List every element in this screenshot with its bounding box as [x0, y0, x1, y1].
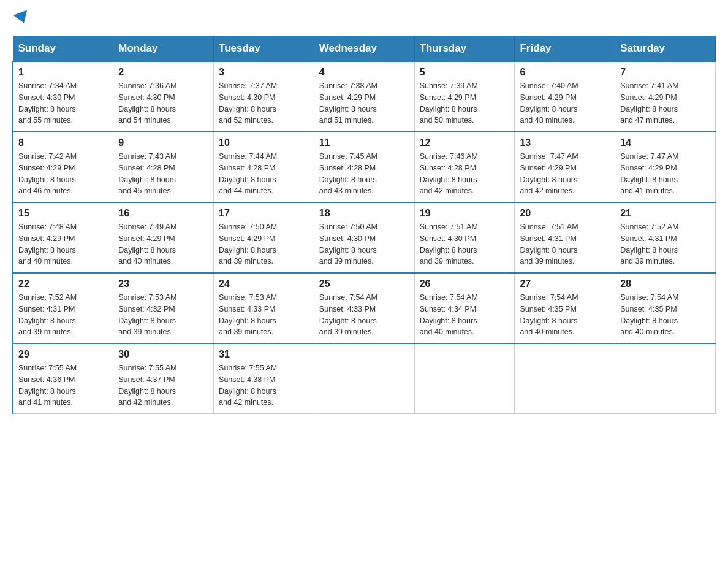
- calendar-cell: 2 Sunrise: 7:36 AM Sunset: 4:30 PM Dayli…: [113, 61, 214, 132]
- calendar-cell: 14 Sunrise: 7:47 AM Sunset: 4:29 PM Dayl…: [615, 132, 716, 202]
- day-number: 2: [118, 67, 208, 78]
- header-thursday: Thursday: [414, 36, 515, 62]
- day-info: Sunrise: 7:41 AM Sunset: 4:29 PM Dayligh…: [620, 80, 710, 126]
- day-info: Sunrise: 7:36 AM Sunset: 4:30 PM Dayligh…: [118, 80, 208, 126]
- header-saturday: Saturday: [615, 36, 716, 62]
- calendar-cell: 26 Sunrise: 7:54 AM Sunset: 4:34 PM Dayl…: [414, 273, 515, 343]
- calendar-header-row: SundayMondayTuesdayWednesdayThursdayFrid…: [13, 36, 716, 62]
- calendar-table: SundayMondayTuesdayWednesdayThursdayFrid…: [12, 36, 716, 414]
- calendar-cell: 31 Sunrise: 7:55 AM Sunset: 4:38 PM Dayl…: [214, 343, 314, 414]
- calendar-cell: 19 Sunrise: 7:51 AM Sunset: 4:30 PM Dayl…: [414, 202, 515, 273]
- calendar-cell: 24 Sunrise: 7:53 AM Sunset: 4:33 PM Dayl…: [214, 273, 314, 343]
- day-number: 16: [118, 208, 208, 219]
- day-number: 4: [319, 67, 409, 78]
- calendar-cell: 8 Sunrise: 7:42 AM Sunset: 4:29 PM Dayli…: [13, 132, 113, 202]
- calendar-cell: 29 Sunrise: 7:55 AM Sunset: 4:36 PM Dayl…: [13, 343, 113, 414]
- day-number: 13: [520, 137, 610, 148]
- day-number: 17: [219, 208, 309, 219]
- calendar-cell: 17 Sunrise: 7:50 AM Sunset: 4:29 PM Dayl…: [214, 202, 314, 273]
- header-tuesday: Tuesday: [214, 36, 314, 62]
- calendar-cell: [314, 343, 414, 414]
- day-info: Sunrise: 7:48 AM Sunset: 4:29 PM Dayligh…: [18, 221, 108, 267]
- week-row-1: 1 Sunrise: 7:34 AM Sunset: 4:30 PM Dayli…: [13, 61, 716, 132]
- logo-blue-text: [12, 12, 29, 23]
- day-number: 9: [118, 137, 208, 148]
- calendar-cell: 1 Sunrise: 7:34 AM Sunset: 4:30 PM Dayli…: [13, 61, 113, 132]
- calendar-cell: 30 Sunrise: 7:55 AM Sunset: 4:37 PM Dayl…: [113, 343, 214, 414]
- page-header: [12, 12, 716, 23]
- calendar-cell: [515, 343, 615, 414]
- calendar-cell: 25 Sunrise: 7:54 AM Sunset: 4:33 PM Dayl…: [314, 273, 414, 343]
- day-number: 27: [520, 278, 610, 289]
- day-info: Sunrise: 7:52 AM Sunset: 4:31 PM Dayligh…: [18, 292, 108, 338]
- day-number: 3: [219, 67, 309, 78]
- day-info: Sunrise: 7:45 AM Sunset: 4:28 PM Dayligh…: [319, 151, 409, 197]
- day-number: 12: [420, 137, 510, 148]
- day-number: 30: [118, 349, 208, 360]
- day-info: Sunrise: 7:50 AM Sunset: 4:29 PM Dayligh…: [219, 221, 309, 267]
- day-number: 15: [18, 208, 108, 219]
- day-info: Sunrise: 7:47 AM Sunset: 4:29 PM Dayligh…: [520, 151, 610, 197]
- day-number: 26: [420, 278, 510, 289]
- header-wednesday: Wednesday: [314, 36, 414, 62]
- header-friday: Friday: [515, 36, 615, 62]
- day-info: Sunrise: 7:39 AM Sunset: 4:29 PM Dayligh…: [420, 80, 510, 126]
- calendar-cell: 20 Sunrise: 7:51 AM Sunset: 4:31 PM Dayl…: [515, 202, 615, 273]
- calendar-cell: 23 Sunrise: 7:53 AM Sunset: 4:32 PM Dayl…: [113, 273, 214, 343]
- day-number: 8: [18, 137, 108, 148]
- day-info: Sunrise: 7:55 AM Sunset: 4:37 PM Dayligh…: [118, 362, 208, 408]
- day-number: 5: [420, 67, 510, 78]
- week-row-2: 8 Sunrise: 7:42 AM Sunset: 4:29 PM Dayli…: [13, 132, 716, 202]
- day-info: Sunrise: 7:52 AM Sunset: 4:31 PM Dayligh…: [620, 221, 710, 267]
- calendar-cell: 12 Sunrise: 7:46 AM Sunset: 4:28 PM Dayl…: [414, 132, 515, 202]
- calendar-cell: 5 Sunrise: 7:39 AM Sunset: 4:29 PM Dayli…: [414, 61, 515, 132]
- day-number: 20: [520, 208, 610, 219]
- calendar-cell: 11 Sunrise: 7:45 AM Sunset: 4:28 PM Dayl…: [314, 132, 414, 202]
- header-monday: Monday: [113, 36, 214, 62]
- day-number: 31: [219, 349, 309, 360]
- day-number: 6: [520, 67, 610, 78]
- week-row-4: 22 Sunrise: 7:52 AM Sunset: 4:31 PM Dayl…: [13, 273, 716, 343]
- day-number: 25: [319, 278, 409, 289]
- day-info: Sunrise: 7:53 AM Sunset: 4:33 PM Dayligh…: [219, 292, 309, 338]
- calendar-cell: 18 Sunrise: 7:50 AM Sunset: 4:30 PM Dayl…: [314, 202, 414, 273]
- day-number: 29: [18, 349, 108, 360]
- calendar-cell: 6 Sunrise: 7:40 AM Sunset: 4:29 PM Dayli…: [515, 61, 615, 132]
- day-number: 10: [219, 137, 309, 148]
- week-row-5: 29 Sunrise: 7:55 AM Sunset: 4:36 PM Dayl…: [13, 343, 716, 414]
- day-number: 11: [319, 137, 409, 148]
- day-number: 23: [118, 278, 208, 289]
- day-info: Sunrise: 7:50 AM Sunset: 4:30 PM Dayligh…: [319, 221, 409, 267]
- calendar-cell: 7 Sunrise: 7:41 AM Sunset: 4:29 PM Dayli…: [615, 61, 716, 132]
- day-info: Sunrise: 7:46 AM Sunset: 4:28 PM Dayligh…: [420, 151, 510, 197]
- day-info: Sunrise: 7:54 AM Sunset: 4:35 PM Dayligh…: [520, 292, 610, 338]
- day-number: 7: [620, 67, 710, 78]
- day-info: Sunrise: 7:47 AM Sunset: 4:29 PM Dayligh…: [620, 151, 710, 197]
- day-number: 1: [18, 67, 108, 78]
- day-info: Sunrise: 7:51 AM Sunset: 4:30 PM Dayligh…: [420, 221, 510, 267]
- day-info: Sunrise: 7:54 AM Sunset: 4:35 PM Dayligh…: [620, 292, 710, 338]
- day-info: Sunrise: 7:40 AM Sunset: 4:29 PM Dayligh…: [520, 80, 610, 126]
- day-number: 28: [620, 278, 710, 289]
- day-info: Sunrise: 7:55 AM Sunset: 4:36 PM Dayligh…: [18, 362, 108, 408]
- day-info: Sunrise: 7:54 AM Sunset: 4:33 PM Dayligh…: [319, 292, 409, 338]
- day-number: 21: [620, 208, 710, 219]
- day-info: Sunrise: 7:51 AM Sunset: 4:31 PM Dayligh…: [520, 221, 610, 267]
- calendar-cell: 4 Sunrise: 7:38 AM Sunset: 4:29 PM Dayli…: [314, 61, 414, 132]
- day-info: Sunrise: 7:43 AM Sunset: 4:28 PM Dayligh…: [118, 151, 208, 197]
- calendar-cell: 3 Sunrise: 7:37 AM Sunset: 4:30 PM Dayli…: [214, 61, 314, 132]
- logo-triangle-icon: [13, 10, 31, 25]
- day-number: 19: [420, 208, 510, 219]
- day-info: Sunrise: 7:38 AM Sunset: 4:29 PM Dayligh…: [319, 80, 409, 126]
- day-number: 22: [18, 278, 108, 289]
- day-info: Sunrise: 7:42 AM Sunset: 4:29 PM Dayligh…: [18, 151, 108, 197]
- day-number: 24: [219, 278, 309, 289]
- calendar-cell: 27 Sunrise: 7:54 AM Sunset: 4:35 PM Dayl…: [515, 273, 615, 343]
- calendar-cell: 16 Sunrise: 7:49 AM Sunset: 4:29 PM Dayl…: [113, 202, 214, 273]
- day-info: Sunrise: 7:53 AM Sunset: 4:32 PM Dayligh…: [118, 292, 208, 338]
- header-sunday: Sunday: [13, 36, 113, 62]
- calendar-cell: [414, 343, 515, 414]
- day-number: 18: [319, 208, 409, 219]
- calendar-cell: 9 Sunrise: 7:43 AM Sunset: 4:28 PM Dayli…: [113, 132, 214, 202]
- day-number: 14: [620, 137, 710, 148]
